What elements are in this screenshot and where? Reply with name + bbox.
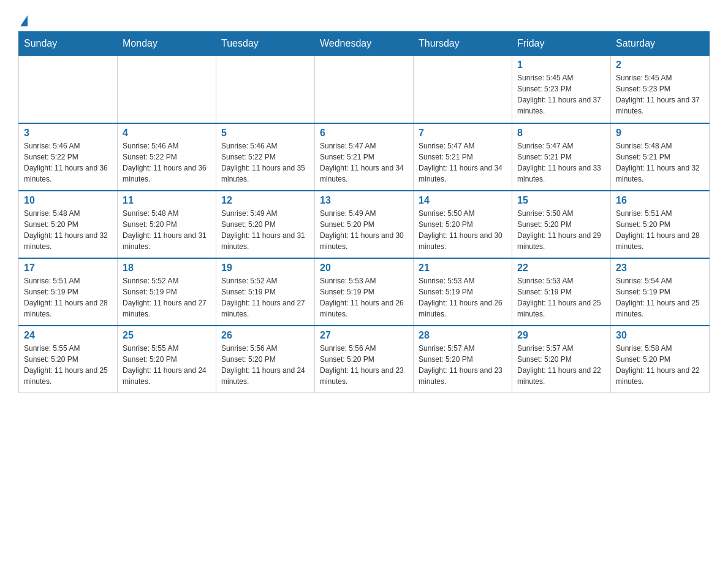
day-number: 10 [24, 195, 112, 206]
day-info: Sunrise: 5:57 AM Sunset: 5:20 PM Dayligh… [517, 343, 605, 387]
calendar-cell: 6Sunrise: 5:47 AM Sunset: 5:21 PM Daylig… [315, 123, 414, 191]
day-info: Sunrise: 5:53 AM Sunset: 5:19 PM Dayligh… [320, 275, 408, 320]
day-number: 30 [616, 330, 704, 341]
day-number: 9 [616, 128, 704, 139]
day-info: Sunrise: 5:51 AM Sunset: 5:19 PM Dayligh… [24, 275, 112, 320]
calendar-week-row: 10Sunrise: 5:48 AM Sunset: 5:20 PM Dayli… [19, 191, 710, 258]
day-number: 12 [221, 195, 309, 206]
day-info: Sunrise: 5:46 AM Sunset: 5:22 PM Dayligh… [24, 140, 112, 185]
day-info: Sunrise: 5:49 AM Sunset: 5:20 PM Dayligh… [221, 208, 309, 252]
day-number: 17 [24, 262, 112, 274]
calendar-cell: 7Sunrise: 5:47 AM Sunset: 5:21 PM Daylig… [414, 123, 512, 191]
calendar-header-tuesday: Tuesday [216, 32, 315, 56]
calendar-cell: 21Sunrise: 5:53 AM Sunset: 5:19 PM Dayli… [414, 258, 512, 326]
calendar-cell: 8Sunrise: 5:47 AM Sunset: 5:21 PM Daylig… [512, 123, 611, 191]
calendar-week-row: 17Sunrise: 5:51 AM Sunset: 5:19 PM Dayli… [19, 258, 710, 326]
calendar-cell: 25Sunrise: 5:55 AM Sunset: 5:20 PM Dayli… [118, 326, 216, 393]
day-info: Sunrise: 5:50 AM Sunset: 5:20 PM Dayligh… [419, 208, 507, 252]
day-info: Sunrise: 5:47 AM Sunset: 5:21 PM Dayligh… [517, 140, 605, 185]
day-info: Sunrise: 5:52 AM Sunset: 5:19 PM Dayligh… [123, 275, 211, 320]
calendar-week-row: 3Sunrise: 5:46 AM Sunset: 5:22 PM Daylig… [19, 123, 710, 191]
day-info: Sunrise: 5:58 AM Sunset: 5:20 PM Dayligh… [616, 343, 704, 387]
day-number: 24 [24, 330, 112, 341]
logo [18, 12, 28, 25]
calendar-cell: 26Sunrise: 5:56 AM Sunset: 5:20 PM Dayli… [216, 326, 315, 393]
day-info: Sunrise: 5:48 AM Sunset: 5:20 PM Dayligh… [24, 208, 112, 252]
day-info: Sunrise: 5:45 AM Sunset: 5:23 PM Dayligh… [517, 72, 605, 117]
calendar-header-saturday: Saturday [611, 32, 710, 56]
calendar-cell [414, 56, 512, 123]
calendar-cell: 3Sunrise: 5:46 AM Sunset: 5:22 PM Daylig… [19, 123, 118, 191]
day-number: 16 [616, 195, 704, 206]
day-number: 26 [221, 330, 309, 341]
calendar-cell: 5Sunrise: 5:46 AM Sunset: 5:22 PM Daylig… [216, 123, 315, 191]
day-number: 14 [419, 195, 507, 206]
calendar-cell: 28Sunrise: 5:57 AM Sunset: 5:20 PM Dayli… [414, 326, 512, 393]
calendar-cell: 17Sunrise: 5:51 AM Sunset: 5:19 PM Dayli… [19, 258, 118, 326]
calendar-cell: 27Sunrise: 5:56 AM Sunset: 5:20 PM Dayli… [315, 326, 414, 393]
day-number: 18 [123, 262, 211, 274]
calendar-cell: 15Sunrise: 5:50 AM Sunset: 5:20 PM Dayli… [512, 191, 611, 258]
calendar-header-friday: Friday [512, 32, 611, 56]
day-number: 23 [616, 262, 704, 274]
day-number: 21 [419, 262, 507, 274]
day-info: Sunrise: 5:47 AM Sunset: 5:21 PM Dayligh… [419, 140, 507, 185]
day-number: 25 [123, 330, 211, 341]
calendar-header-wednesday: Wednesday [315, 32, 414, 56]
day-number: 29 [517, 330, 605, 341]
day-info: Sunrise: 5:50 AM Sunset: 5:20 PM Dayligh… [517, 208, 605, 252]
calendar-cell [118, 56, 216, 123]
page-header [18, 12, 710, 25]
calendar-cell: 22Sunrise: 5:53 AM Sunset: 5:19 PM Dayli… [512, 258, 611, 326]
calendar-cell: 9Sunrise: 5:48 AM Sunset: 5:21 PM Daylig… [611, 123, 710, 191]
calendar-cell: 19Sunrise: 5:52 AM Sunset: 5:19 PM Dayli… [216, 258, 315, 326]
day-number: 8 [517, 128, 605, 139]
day-info: Sunrise: 5:54 AM Sunset: 5:19 PM Dayligh… [616, 275, 704, 320]
day-number: 13 [320, 195, 408, 206]
calendar-cell: 1Sunrise: 5:45 AM Sunset: 5:23 PM Daylig… [512, 56, 611, 123]
day-info: Sunrise: 5:46 AM Sunset: 5:22 PM Dayligh… [221, 140, 309, 185]
calendar-cell: 14Sunrise: 5:50 AM Sunset: 5:20 PM Dayli… [414, 191, 512, 258]
calendar-cell: 30Sunrise: 5:58 AM Sunset: 5:20 PM Dayli… [611, 326, 710, 393]
day-number: 7 [419, 128, 507, 139]
day-info: Sunrise: 5:57 AM Sunset: 5:20 PM Dayligh… [419, 343, 507, 387]
day-number: 28 [419, 330, 507, 341]
day-number: 22 [517, 262, 605, 274]
calendar-cell [315, 56, 414, 123]
calendar-cell: 29Sunrise: 5:57 AM Sunset: 5:20 PM Dayli… [512, 326, 611, 393]
day-number: 5 [221, 128, 309, 139]
day-number: 15 [517, 195, 605, 206]
day-info: Sunrise: 5:46 AM Sunset: 5:22 PM Dayligh… [123, 140, 211, 185]
calendar-cell: 20Sunrise: 5:53 AM Sunset: 5:19 PM Dayli… [315, 258, 414, 326]
calendar-header-monday: Monday [118, 32, 216, 56]
day-number: 6 [320, 128, 408, 139]
day-info: Sunrise: 5:45 AM Sunset: 5:23 PM Dayligh… [616, 72, 704, 117]
day-info: Sunrise: 5:51 AM Sunset: 5:20 PM Dayligh… [616, 208, 704, 252]
day-info: Sunrise: 5:55 AM Sunset: 5:20 PM Dayligh… [24, 343, 112, 387]
calendar-header-sunday: Sunday [19, 32, 118, 56]
calendar-cell: 10Sunrise: 5:48 AM Sunset: 5:20 PM Dayli… [19, 191, 118, 258]
day-number: 27 [320, 330, 408, 341]
day-info: Sunrise: 5:55 AM Sunset: 5:20 PM Dayligh… [123, 343, 211, 387]
day-info: Sunrise: 5:49 AM Sunset: 5:20 PM Dayligh… [320, 208, 408, 252]
calendar-cell: 18Sunrise: 5:52 AM Sunset: 5:19 PM Dayli… [118, 258, 216, 326]
day-number: 19 [221, 262, 309, 274]
calendar-cell: 23Sunrise: 5:54 AM Sunset: 5:19 PM Dayli… [611, 258, 710, 326]
calendar-cell: 11Sunrise: 5:48 AM Sunset: 5:20 PM Dayli… [118, 191, 216, 258]
calendar-header-row: SundayMondayTuesdayWednesdayThursdayFrid… [19, 32, 710, 56]
day-number: 3 [24, 128, 112, 139]
day-number: 1 [517, 59, 605, 71]
calendar-week-row: 24Sunrise: 5:55 AM Sunset: 5:20 PM Dayli… [19, 326, 710, 393]
day-number: 2 [616, 59, 704, 71]
calendar-cell [19, 56, 118, 123]
day-info: Sunrise: 5:47 AM Sunset: 5:21 PM Dayligh… [320, 140, 408, 185]
day-info: Sunrise: 5:53 AM Sunset: 5:19 PM Dayligh… [517, 275, 605, 320]
logo-triangle-icon [20, 15, 28, 26]
day-number: 20 [320, 262, 408, 274]
day-info: Sunrise: 5:48 AM Sunset: 5:20 PM Dayligh… [123, 208, 211, 252]
calendar-cell: 16Sunrise: 5:51 AM Sunset: 5:20 PM Dayli… [611, 191, 710, 258]
calendar-cell: 4Sunrise: 5:46 AM Sunset: 5:22 PM Daylig… [118, 123, 216, 191]
calendar-cell: 24Sunrise: 5:55 AM Sunset: 5:20 PM Dayli… [19, 326, 118, 393]
day-info: Sunrise: 5:56 AM Sunset: 5:20 PM Dayligh… [221, 343, 309, 387]
day-number: 11 [123, 195, 211, 206]
